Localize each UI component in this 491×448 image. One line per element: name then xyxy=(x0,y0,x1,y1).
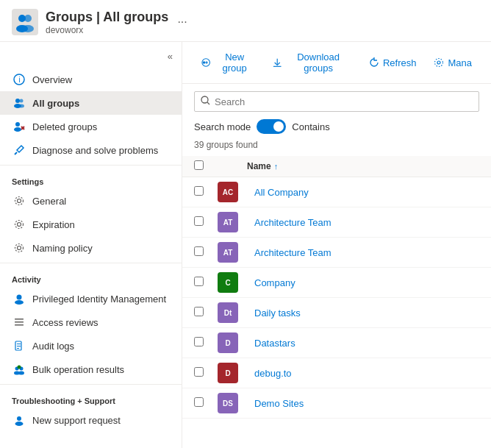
header-title-block: Groups | All groups devoworx xyxy=(46,10,168,35)
svg-point-7 xyxy=(15,99,20,103)
group-link-datastars[interactable]: Datastars xyxy=(254,338,295,349)
group-link-company[interactable]: Company xyxy=(254,277,295,288)
sidebar-label-expiration: Expiration xyxy=(32,219,75,230)
group-link-demo-sites[interactable]: Demo Sites xyxy=(254,398,304,409)
svg-point-11 xyxy=(15,122,20,127)
avatar-demo-sites: DS xyxy=(218,393,247,413)
svg-point-45 xyxy=(435,59,443,67)
svg-point-4 xyxy=(22,25,34,32)
row-checkbox-all-company[interactable] xyxy=(194,186,204,196)
sidebar-item-overview[interactable]: i Overview xyxy=(0,68,182,91)
sidebar-item-expiration[interactable]: Expiration xyxy=(0,213,182,236)
row-checkbox-architecture-team-1[interactable] xyxy=(194,216,204,226)
search-input[interactable] xyxy=(215,96,473,107)
svg-text:i: i xyxy=(19,76,21,84)
svg-rect-25 xyxy=(15,321,24,323)
results-count: 39 groups found xyxy=(182,137,491,156)
sidebar-label-overview: Overview xyxy=(32,74,72,85)
svg-rect-28 xyxy=(17,344,21,344)
search-mode-value: Contains xyxy=(292,121,329,132)
row-checkbox-company[interactable] xyxy=(194,277,204,286)
sidebar-item-all-groups[interactable]: All groups xyxy=(0,91,182,115)
avatar-circle-demo-sites: DS xyxy=(218,393,238,413)
toolbar: New group Download groups Refresh Mana xyxy=(182,42,491,84)
svg-point-39 xyxy=(203,61,206,64)
svg-point-19 xyxy=(15,221,24,229)
row-check-all-company[interactable] xyxy=(194,186,218,198)
svg-rect-24 xyxy=(15,319,24,320)
manage-button[interactable]: Mana xyxy=(426,54,479,72)
page-header: Groups | All groups devoworx ··· xyxy=(0,0,491,42)
sidebar: « i Overview All groups Deleted groups xyxy=(0,42,182,448)
select-all-checkbox[interactable] xyxy=(194,160,204,170)
svg-point-8 xyxy=(20,99,24,103)
table-header: Name ↑ xyxy=(182,156,491,177)
row-check-architecture-team-1[interactable] xyxy=(194,216,218,228)
svg-point-21 xyxy=(15,244,24,252)
more-options-icon[interactable]: ··· xyxy=(177,15,187,29)
row-check-company[interactable] xyxy=(194,277,218,288)
header-name-col[interactable]: Name ↑ xyxy=(247,161,479,171)
download-groups-button[interactable]: Download groups xyxy=(265,48,359,77)
avatar-architecture-team-2: AT xyxy=(218,242,247,263)
search-mode-toggle[interactable] xyxy=(257,119,286,134)
groups-table: Name ↑ AC All Company AT Architecture Te… xyxy=(182,156,491,448)
header-check[interactable] xyxy=(194,160,218,172)
row-check-datastars[interactable] xyxy=(194,337,218,349)
sidebar-item-general[interactable]: General xyxy=(0,189,182,213)
section-activity: Activity xyxy=(0,266,182,287)
group-link-debug-to[interactable]: debug.to xyxy=(254,368,292,379)
table-row: Dt Daily tasks xyxy=(182,298,491,328)
avatar-all-company: AC xyxy=(218,182,247,202)
main-layout: « i Overview All groups Deleted groups xyxy=(0,42,491,448)
row-check-debug-to[interactable] xyxy=(194,367,218,379)
row-check-daily-tasks[interactable] xyxy=(194,307,218,319)
sidebar-item-naming-policy[interactable]: Naming policy xyxy=(0,236,182,260)
pim-icon xyxy=(12,291,26,306)
divider-1 xyxy=(0,165,182,166)
section-settings: Settings xyxy=(0,168,182,189)
sidebar-item-pim[interactable]: Privileged Identity Management xyxy=(0,287,182,310)
group-link-architecture-team-1[interactable]: Architecture Team xyxy=(254,217,331,228)
refresh-button[interactable]: Refresh xyxy=(362,54,424,72)
svg-line-15 xyxy=(15,152,17,154)
sidebar-item-new-support[interactable]: New support request xyxy=(0,408,182,432)
wrench-icon xyxy=(12,143,26,157)
group-link-architecture-team-2[interactable]: Architecture Team xyxy=(254,247,331,258)
group-link-all-company[interactable]: All Company xyxy=(254,187,309,198)
page-subtitle: devoworx xyxy=(46,25,168,35)
row-checkbox-daily-tasks[interactable] xyxy=(194,307,204,316)
svg-point-33 xyxy=(18,366,21,369)
search-bar[interactable] xyxy=(194,91,479,112)
sidebar-item-deleted-groups[interactable]: Deleted groups xyxy=(0,115,182,138)
list-icon xyxy=(12,315,26,330)
avatar-circle-architecture-team-2: AT xyxy=(218,242,238,263)
sidebar-item-bulk-ops[interactable]: Bulk operation results xyxy=(0,358,182,381)
avatar-circle-debug-to: D xyxy=(218,363,238,383)
groups-header-icon xyxy=(12,9,38,35)
table-row: AC All Company xyxy=(182,177,491,207)
sidebar-label-bulk-ops: Bulk operation results xyxy=(32,364,124,375)
sidebar-item-diagnose[interactable]: Diagnose and solve problems xyxy=(0,138,182,162)
content-area: New group Download groups Refresh Mana xyxy=(182,42,491,448)
avatar-daily-tasks: Dt xyxy=(218,302,247,323)
table-rows-container: AC All Company AT Architecture Team AT A… xyxy=(182,177,491,419)
sidebar-item-audit-logs[interactable]: Audit logs xyxy=(0,334,182,358)
row-checkbox-debug-to[interactable] xyxy=(194,367,204,377)
row-check-architecture-team-2[interactable] xyxy=(194,246,218,258)
download-icon xyxy=(273,57,282,68)
group-link-daily-tasks[interactable]: Daily tasks xyxy=(254,307,301,319)
row-checkbox-datastars[interactable] xyxy=(194,337,204,346)
avatar-company: C xyxy=(218,272,247,293)
gear-icon-naming xyxy=(12,241,26,255)
sidebar-item-access-reviews[interactable]: Access reviews xyxy=(0,310,182,334)
sidebar-collapse-button[interactable]: « xyxy=(168,51,173,62)
row-checkbox-architecture-team-2[interactable] xyxy=(194,246,204,256)
row-checkbox-demo-sites[interactable] xyxy=(194,397,204,407)
sidebar-label-all-groups: All groups xyxy=(32,98,79,109)
svg-line-47 xyxy=(207,102,209,104)
new-group-button[interactable]: New group xyxy=(194,48,262,77)
new-group-icon xyxy=(201,57,210,68)
row-check-demo-sites[interactable] xyxy=(194,397,218,409)
search-mode-row: Search mode Contains xyxy=(182,116,491,137)
